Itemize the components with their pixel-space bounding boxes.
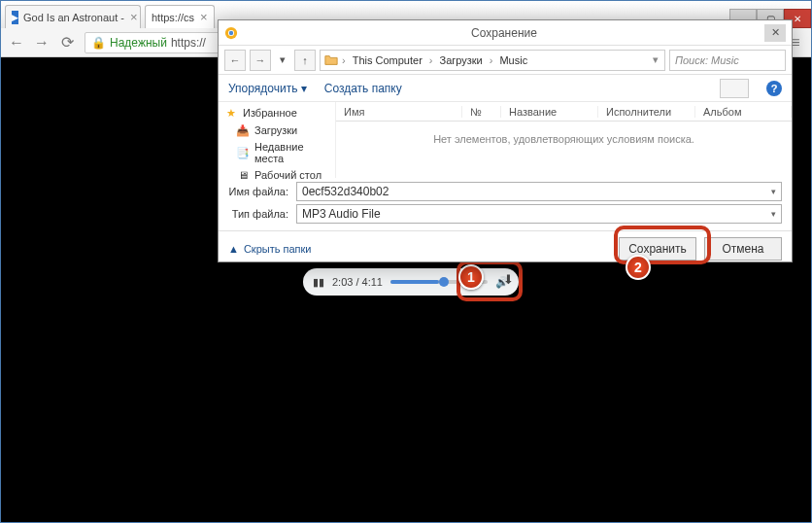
file-list-area: Имя № Название Исполнители Альбом Нет эл… [335,102,792,178]
sidebar-label: Загрузки [254,124,297,136]
breadcrumb-sep-icon: › [427,54,435,66]
breadcrumb-item[interactable]: This Computer [350,54,425,66]
download-icon[interactable]: ⬇ [503,272,514,287]
tab-close-icon[interactable]: × [130,10,138,24]
star-icon: ★ [224,106,238,120]
seek-thumb[interactable] [439,277,449,287]
annotation-marker-1: 1 [458,264,484,290]
tab-title: https://cs [152,12,194,23]
back-icon[interactable]: ← [9,35,24,51]
dialog-fields: Имя файла: 0ecf532d340b02 ▾ Тип файла: M… [219,178,792,230]
search-placeholder: Поиск: Music [675,54,739,66]
sidebar-item-downloads[interactable]: 📥 Загрузки [224,122,329,139]
breadcrumb-item[interactable]: Загрузки [436,54,485,66]
downloads-icon: 📥 [236,123,250,137]
forward-icon[interactable]: → [34,35,50,51]
cancel-button[interactable]: Отмена [704,237,782,261]
search-input[interactable]: Поиск: Music [669,50,786,71]
file-list-headers: Имя № Название Исполнители Альбом [336,102,792,122]
nav-back-button[interactable]: ← [224,50,246,71]
url-text: https:// [171,36,206,50]
column-header[interactable]: Исполнители [598,106,695,118]
dialog-nav: ← → ▾ ↑ › This Computer › Загрузки › Mus… [219,46,792,75]
nav-up-button[interactable]: ↑ [294,50,316,71]
chevron-down-icon[interactable]: ▾ [771,209,776,219]
sidebar-label: Недавние места [254,141,329,164]
recent-icon: 📑 [236,146,250,159]
browser-tab[interactable]: ▶ God Is an Astronaut - × [5,5,141,28]
sidebar-favorites[interactable]: ★ Избранное [224,104,329,122]
secure-label: Надежный [110,36,167,50]
view-mode-button[interactable] [720,79,749,98]
column-header[interactable]: Название [501,106,598,118]
nav-dropdown-icon[interactable]: ▾ [275,50,290,71]
organize-button[interactable]: Упорядочить ▾ [228,82,307,95]
breadcrumb-dropdown-icon[interactable]: ▾ [651,53,660,66]
sidebar-item-recent[interactable]: 📑 Недавние места [224,139,329,166]
chevron-up-icon: ▲ [228,243,239,255]
dialog-close-button[interactable]: ✕ [764,24,786,42]
playback-time: 2:03 / 4:11 [332,276,383,288]
breadcrumb-sep-icon: › [488,54,495,66]
empty-message: Нет элементов, удовлетворяющих условиям … [336,122,792,157]
column-header[interactable]: Имя [336,106,462,118]
sidebar-label: Избранное [243,107,297,119]
pause-icon[interactable]: ▮▮ [313,276,324,289]
reload-icon[interactable]: ⟳ [59,35,75,51]
desktop-icon: 🖥 [236,168,250,182]
browser-tab[interactable]: https://cs × [145,5,215,28]
new-folder-button[interactable]: Создать папку [324,82,402,95]
svg-point-2 [229,30,233,34]
lock-icon: 🔒 [91,36,106,50]
tab-title: God Is an Astronaut - [23,12,124,23]
chevron-down-icon[interactable]: ▾ [771,187,776,196]
dialog-sidebar: ★ Избранное 📥 Загрузки 📑 Недавние места … [219,102,335,178]
dialog-titlebar[interactable]: Сохранение ✕ [219,20,792,46]
help-icon[interactable]: ? [766,81,782,96]
filetype-value: MP3 Audio File [302,207,381,221]
dialog-title: Сохранение [244,26,764,40]
filename-value: 0ecf532d340b02 [302,185,389,198]
hide-folders-label: Скрыть папки [244,243,312,255]
filetype-label: Тип файла: [228,208,296,220]
breadcrumb[interactable]: › This Computer › Загрузки › Music ▾ [320,50,665,71]
annotation-marker-2: 2 [626,255,651,280]
filename-label: Имя файла: [228,186,296,197]
tab-close-icon[interactable]: × [200,10,208,24]
nav-forward-button[interactable]: → [250,50,271,71]
chrome-icon [224,26,238,40]
sidebar-label: Рабочий стол [254,169,321,181]
folder-icon [324,53,338,67]
filetype-select[interactable]: MP3 Audio File ▾ [296,204,782,224]
hide-folders-toggle[interactable]: ▲ Скрыть папки [228,243,311,255]
breadcrumb-sep-icon: › [340,54,348,66]
breadcrumb-item[interactable]: Music [496,54,530,66]
column-header[interactable]: Альбом [695,106,792,118]
dialog-toolbar: Упорядочить ▾ Создать папку ? [219,75,792,102]
dialog-body: ★ Избранное 📥 Загрузки 📑 Недавние места … [219,102,792,178]
tab-favicon-play-icon: ▶ [12,11,18,24]
column-header[interactable]: № [462,106,501,118]
seek-fill [390,280,439,284]
filename-input[interactable]: 0ecf532d340b02 ▾ [296,182,782,201]
